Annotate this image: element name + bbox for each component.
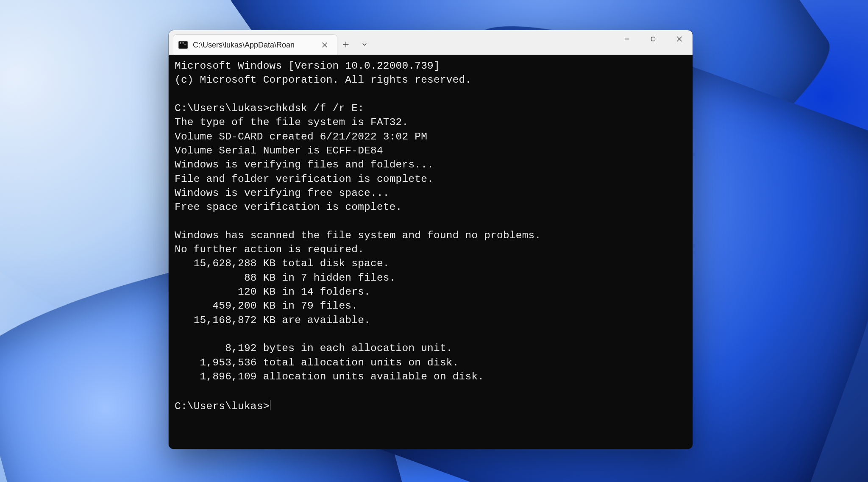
tab-title: C:\Users\lukas\AppData\Roan: [193, 41, 313, 50]
svg-rect-0: [651, 37, 655, 41]
output-line: The type of the file system is FAT32.: [175, 117, 408, 128]
maximize-icon: [650, 36, 656, 42]
terminal-output[interactable]: Microsoft Windows [Version 10.0.22000.73…: [169, 55, 693, 449]
output-line: 1,896,109 allocation units available on …: [175, 371, 484, 382]
output-line: 459,200 KB in 79 files.: [175, 300, 358, 312]
plus-icon: [342, 41, 349, 48]
output-line: 8,192 bytes in each allocation unit.: [175, 343, 453, 354]
output-line: 1,953,536 total allocation units on disk…: [175, 357, 459, 368]
output-line: Windows is verifying free space...: [175, 187, 389, 199]
newtab-area: [337, 30, 373, 55]
new-tab-button[interactable]: [337, 36, 354, 53]
text-cursor: [270, 400, 270, 411]
output-line: (c) Microsoft Corporation. All rights re…: [175, 74, 471, 86]
maximize-button[interactable]: [640, 30, 666, 48]
titlebar[interactable]: C:\Users\lukas\AppData\Roan: [169, 30, 693, 55]
chevron-down-icon: [362, 42, 367, 47]
terminal-window: C:\Users\lukas\AppData\Roan: [169, 30, 693, 449]
tab-strip: C:\Users\lukas\AppData\Roan: [169, 30, 337, 55]
close-icon: [322, 42, 328, 48]
minimize-button[interactable]: [614, 30, 640, 48]
window-controls: [614, 30, 693, 55]
output-line: Windows is verifying files and folders..…: [175, 159, 434, 170]
output-line: 15,168,872 KB are available.: [175, 315, 370, 326]
cmd-icon: [178, 41, 188, 49]
output-line: 88 KB in 7 hidden files.: [175, 272, 396, 284]
output-line: Free space verification is complete.: [175, 201, 402, 213]
tab-dropdown-button[interactable]: [356, 36, 373, 53]
output-line: Microsoft Windows [Version 10.0.22000.73…: [175, 60, 440, 72]
close-tab-button[interactable]: [318, 39, 331, 51]
close-window-button[interactable]: [666, 30, 693, 48]
tab-active[interactable]: C:\Users\lukas\AppData\Roan: [173, 34, 337, 55]
minimize-icon: [624, 36, 630, 42]
output-line: Volume SD-CARD created 6/21/2022 3:02 PM: [175, 131, 427, 142]
desktop-wallpaper: C:\Users\lukas\AppData\Roan: [0, 0, 868, 482]
output-line: No further action is required.: [175, 244, 364, 255]
prompt-line: C:\Users\lukas>chkdsk /f /r E:: [175, 103, 364, 114]
close-icon: [676, 36, 682, 42]
output-line: Volume Serial Number is ECFF-DE84: [175, 145, 383, 156]
output-line: 15,628,288 KB total disk space.: [175, 258, 389, 269]
output-line: File and folder verification is complete…: [175, 173, 434, 185]
output-line: 120 KB in 14 folders.: [175, 286, 370, 298]
output-line: Windows has scanned the file system and …: [175, 230, 541, 241]
current-prompt: C:\Users\lukas>: [175, 400, 270, 412]
